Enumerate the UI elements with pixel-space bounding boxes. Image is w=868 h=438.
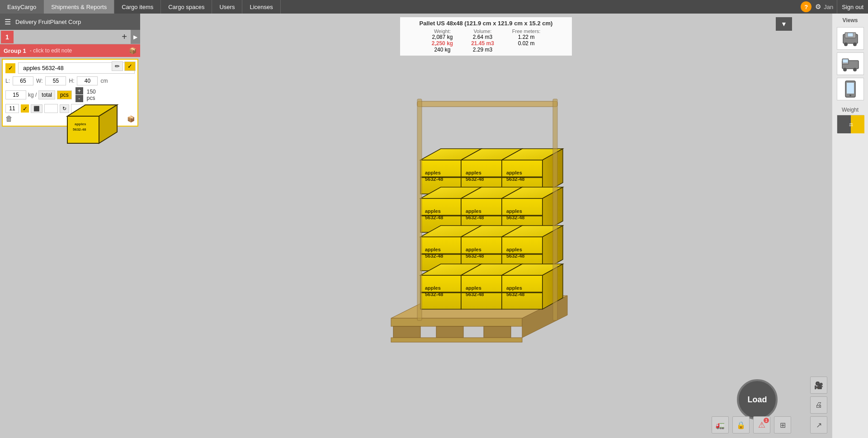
length-input[interactable]: [13, 76, 33, 85]
pallet-info-panel: Pallet US 48x48 (121.9 cm x 121.9 cm x 1…: [400, 17, 572, 56]
freemeters-column: Free meters: 1.22 m 0.02 m: [512, 28, 540, 47]
weight-bar-button[interactable]: ⚖: [837, 115, 864, 133]
svg-text:apples: apples: [466, 208, 481, 214]
signout-button[interactable]: Sign out: [837, 0, 868, 14]
volume-val2-over: 21.45 m3: [471, 40, 494, 47]
svg-text:apples: apples: [425, 208, 441, 214]
views-label: Views: [843, 17, 858, 24]
group-3d-button[interactable]: 📦: [129, 47, 137, 54]
freemeters-header: Free meters:: [512, 28, 540, 34]
cargo-item-card: ✏ ✓ ✓ apples 5632-48 L: W: H:: [2, 59, 138, 127]
views-dropdown[interactable]: ▼: [776, 17, 792, 31]
tab-users[interactable]: Users: [212, 0, 242, 14]
svg-text:apples: apples: [425, 170, 441, 175]
svg-rect-101: [851, 115, 864, 133]
tab-licenses[interactable]: Licenses: [242, 0, 280, 14]
group-note[interactable]: - click to edit note: [30, 47, 72, 54]
weight-section: Weight ⚖: [834, 107, 866, 133]
weight-val1: 2,087 kg: [432, 34, 453, 40]
camera-icon-button[interactable]: 🎥: [810, 377, 827, 394]
collapse-button[interactable]: ▶: [131, 30, 140, 44]
lock-icon-button[interactable]: 🔒: [732, 416, 750, 433]
weight-header: Weight:: [432, 28, 453, 34]
grid-icon-button[interactable]: ⊞: [774, 416, 791, 433]
dimensions-row: L: W: H: cm: [5, 76, 135, 85]
svg-text:apples: apples: [506, 208, 522, 214]
weight-section-label: Weight: [834, 107, 866, 113]
height-input[interactable]: [77, 76, 98, 85]
svg-text:apples: apples: [506, 170, 522, 175]
width-input[interactable]: [45, 76, 66, 85]
dim-unit: cm: [100, 78, 108, 84]
help-button[interactable]: ?: [801, 1, 811, 12]
svg-text:5632-48: 5632-48: [73, 127, 86, 132]
main-layout: ☰ Delivery FruitPlanet Corp 1 + ▶ Group …: [0, 14, 868, 438]
svg-text:apples: apples: [506, 285, 522, 291]
width-label: W:: [36, 78, 42, 84]
hamburger-menu[interactable]: ☰: [5, 18, 11, 26]
svg-rect-98: [847, 83, 854, 94]
item-checkbox[interactable]: ✓: [5, 63, 15, 73]
weight-val3: 240 kg: [432, 47, 453, 53]
group-number-badge: 1: [1, 31, 14, 43]
svg-point-99: [849, 94, 851, 96]
order-check[interactable]: ✓: [21, 104, 29, 113]
print-icon-button[interactable]: 🖨: [810, 396, 827, 414]
height-label: H:: [69, 78, 74, 84]
right-panel: Views: [832, 14, 868, 438]
delete-button[interactable]: 🗑: [5, 115, 13, 123]
svg-point-95: [853, 68, 857, 71]
pallet-title: Pallet US 48x48 (121.9 cm x 121.9 cm x 1…: [409, 20, 563, 27]
load-button[interactable]: Load: [737, 379, 778, 420]
weight-column: Weight: 2,087 kg 2,250 kg 240 kg: [432, 28, 453, 53]
svg-rect-6: [391, 318, 522, 326]
settings-icon[interactable]: ⚙: [815, 3, 821, 11]
svg-rect-8: [436, 326, 463, 338]
svg-text:apples: apples: [466, 247, 481, 252]
confirm-preview-button[interactable]: ✓: [124, 61, 136, 71]
order-input[interactable]: [5, 104, 19, 113]
container-icon-button[interactable]: 🚛: [712, 416, 729, 433]
svg-text:apples: apples: [425, 285, 441, 291]
svg-text:⚖: ⚖: [849, 122, 853, 127]
svg-text:apples: apples: [506, 247, 522, 252]
box-preview: apples 5632-48: [49, 85, 122, 148]
group-label-row: Group 1 - click to edit note 📦: [0, 44, 140, 57]
copy-button[interactable]: 📦: [127, 115, 135, 122]
add-group-button[interactable]: +: [118, 32, 131, 42]
svg-rect-84: [417, 101, 557, 107]
view-truck-front-button[interactable]: [837, 27, 864, 50]
svg-rect-91: [848, 33, 853, 37]
view-mobile-button[interactable]: [837, 78, 864, 100]
svg-point-94: [843, 68, 847, 71]
svg-text:apples: apples: [466, 170, 481, 175]
svg-rect-96: [843, 59, 848, 63]
delivery-title: Delivery FruitPlanet Corp: [15, 19, 81, 25]
svg-text:apples: apples: [75, 122, 86, 126]
volume-column: Volume: 2.64 m3 21.45 m3 2.29 m3: [471, 28, 494, 53]
tab-easycargo[interactable]: EasyCargo: [0, 0, 44, 14]
truck-side-icon: [841, 56, 859, 72]
svg-text:apples: apples: [425, 247, 441, 252]
edit-preview-button[interactable]: ✏: [112, 61, 123, 71]
group-header-row: 1 + ▶: [0, 30, 140, 44]
items-panel: 1 + ▶ Group 1 - click to edit note 📦 ✏ ✓…: [0, 30, 140, 438]
tab-cargo-spaces[interactable]: Cargo spaces: [161, 0, 212, 14]
tab-cargo-items[interactable]: Cargo items: [114, 0, 161, 14]
svg-rect-7: [393, 326, 420, 338]
truck-front-icon: [841, 31, 859, 47]
stack-icon-button[interactable]: ⬛: [31, 104, 42, 113]
top-navigation: EasyCargo Shipments & Reports Cargo item…: [0, 0, 868, 14]
svg-rect-10: [391, 338, 522, 342]
tab-shipments-reports[interactable]: Shipments & Reports: [44, 0, 114, 14]
left-panel: ☰ Delivery FruitPlanet Corp 1 + ▶ Group …: [0, 14, 140, 438]
weight-input[interactable]: [5, 90, 26, 99]
view-truck-side-button[interactable]: [837, 52, 864, 75]
visualization-area: Pallet US 48x48 (121.9 cm x 121.9 cm x 1…: [140, 14, 832, 438]
svg-rect-86: [553, 99, 557, 320]
share-icon-button[interactable]: ↗: [810, 416, 827, 433]
svg-point-90: [853, 42, 857, 46]
warning-icon-button[interactable]: ⚠ 1: [753, 416, 770, 433]
volume-val1: 2.64 m3: [471, 34, 494, 40]
pallet-svg: apples 5632-48 apples 5632-48 appl: [350, 74, 613, 381]
